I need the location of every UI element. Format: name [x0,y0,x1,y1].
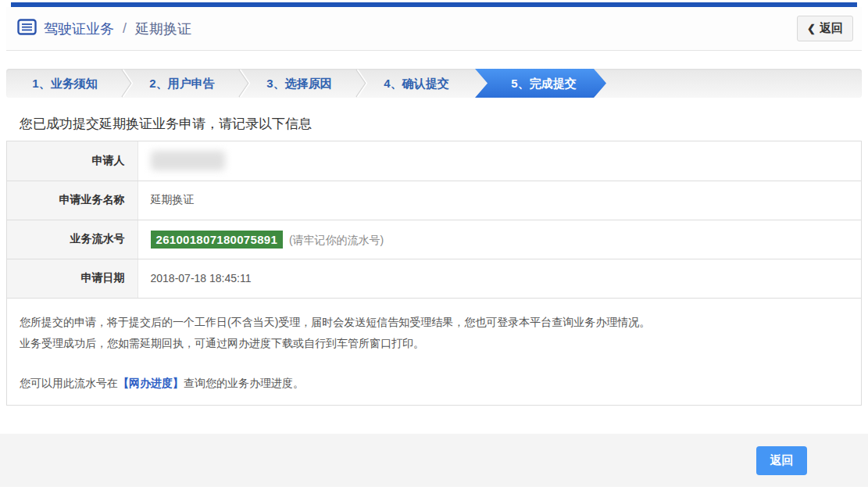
step-3-select-reason: 3、选择原因 [241,69,358,98]
applicant-label: 申请人 [7,141,138,181]
back-button[interactable]: ❮ 返回 [797,16,853,41]
page-title: 驾驶证业务 [44,20,114,38]
step-5-complete-submit-active: 5、完成提交 [475,69,606,98]
list-icon [17,19,37,38]
step-2-user-declaration: 2、用户申告 [123,69,241,98]
application-date-value: 2018-07-18 18:45:11 [138,259,861,298]
progress-note: 您可以用此流水号在【网办进度】查询您的业务办理进度。 [20,373,848,394]
table-row: 业务流水号 261001807180075891 (请牢记你的流水号) [7,220,861,259]
footer-action-bar: 返回 [0,434,868,487]
online-progress-link[interactable]: 【网办进度】 [118,377,184,389]
serial-number-note: (请牢记你的流水号) [289,234,384,246]
application-info-table: 申请人 申请业务名称 延期换证 业务流水号 261001807180075891… [7,141,861,299]
note-processing: 您所提交的申请，将于提交后的一个工作日(不含当天)受理，届时会发送短信告知受理结… [20,312,848,333]
notes-section: 您所提交的申请，将于提交后的一个工作日(不含当天)受理，届时会发送短信告知受理结… [7,299,861,405]
back-button-label: 返回 [820,21,843,36]
chevron-left-icon: ❮ [807,23,816,34]
step-divider-icon [238,69,252,98]
application-info-panel: 申请人 申请业务名称 延期换证 业务流水号 261001807180075891… [6,141,862,406]
note-receipt: 业务受理成功后，您如需延期回执，可通过网办进度下载或自行到车管所窗口打印。 [20,333,848,354]
step-divider-icon [355,69,369,98]
step-progress-bar: 1、业务须知 2、用户申告 3、选择原因 4、确认提交 5、完成提交 [6,69,862,98]
progress-note-suffix: 查询您的业务办理进度。 [184,377,304,389]
table-row: 申请日期 2018-07-18 18:45:11 [7,259,861,298]
progress-note-prefix: 您可以用此流水号在 [20,377,118,389]
return-button[interactable]: 返回 [756,446,807,475]
table-row: 申请人 [7,141,861,181]
breadcrumb: 驾驶证业务 / 延期换证 [17,19,191,38]
serial-number-label: 业务流水号 [7,220,138,259]
serial-number-badge: 261001807180075891 [151,231,284,249]
table-row: 申请业务名称 延期换证 [7,181,861,220]
page-subtitle: 延期换证 [135,20,191,38]
application-date-label: 申请日期 [7,259,138,298]
page-header: 驾驶证业务 / 延期换证 ❮ 返回 [6,7,862,51]
page: 驾驶证业务 / 延期换证 ❮ 返回 1、业务须知 2、用户申告 3、选择原因 4… [0,2,868,490]
step-4-confirm-submit: 4、确认提交 [358,69,475,98]
success-message: 您已成功提交延期换证业务申请，请记录以下信息 [6,115,862,133]
breadcrumb-separator: / [123,20,127,37]
redacted-applicant-name [151,151,225,170]
business-name-label: 申请业务名称 [7,181,138,220]
business-name-value: 延期换证 [138,181,861,220]
step-1-business-notice: 1、业务须知 [6,69,123,98]
step-divider-icon [120,69,134,98]
